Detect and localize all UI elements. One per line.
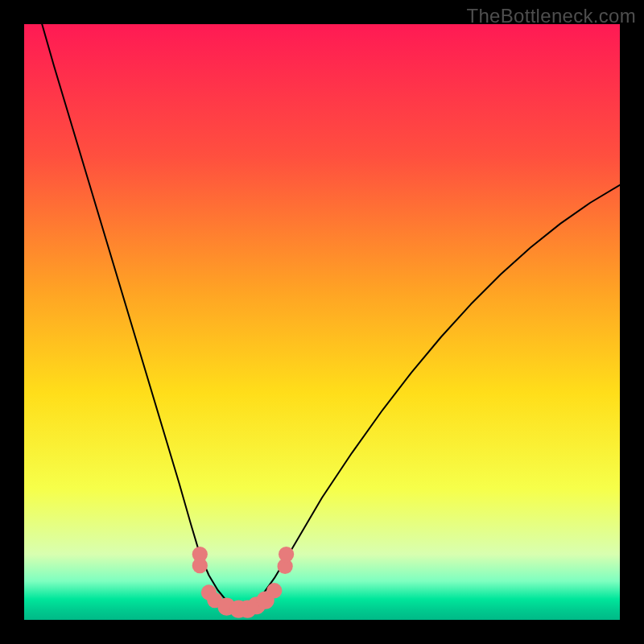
marker-dot bbox=[192, 558, 208, 573]
plot-area bbox=[24, 24, 620, 620]
watermark-label: TheBottleneck.com bbox=[466, 5, 636, 27]
outer-frame: TheBottleneck.com bbox=[0, 0, 644, 644]
chart-svg bbox=[24, 24, 620, 620]
gradient-background bbox=[24, 24, 620, 620]
marker-dot bbox=[279, 547, 294, 562]
marker-dot bbox=[266, 583, 282, 598]
